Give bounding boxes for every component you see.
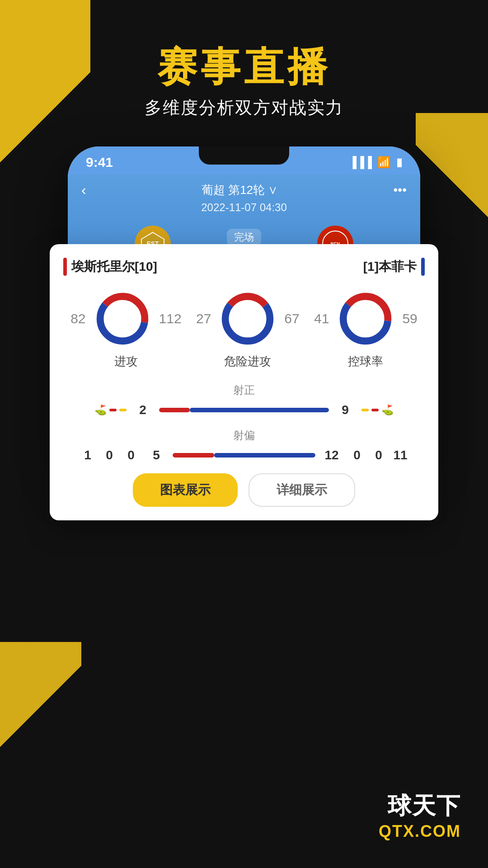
logo-name: 球天下 [379, 790, 461, 822]
red-card-right-icon [371, 409, 379, 411]
phone-notch [199, 146, 289, 165]
chart-attack: 82 112 进攻 [70, 289, 181, 369]
chart-attack-left: 82 [70, 311, 85, 326]
stat-row-shots-on: 射正 ⛳ 2 9 ⛳ [68, 383, 420, 417]
left-team-indicator [63, 258, 67, 276]
shots-off-r4: 11 [391, 448, 409, 462]
chart-dangerous-label: 危险进攻 [224, 354, 271, 369]
yellow-card-left-icon [119, 409, 127, 411]
match-league[interactable]: 葡超 第12轮 ∨ [202, 182, 278, 198]
donut-attack [93, 289, 152, 348]
shots-off-l2: 0 [100, 448, 118, 462]
more-button[interactable]: ••• [394, 183, 407, 197]
chart-dangerous-right: 67 [284, 311, 299, 326]
chart-possession-label: 控球率 [348, 354, 383, 369]
shots-off-r2: 0 [348, 448, 366, 462]
battery-icon: ▮ [396, 156, 402, 169]
shots-on-label: 射正 [68, 383, 420, 397]
chart-dangerous: 27 67 危险进攻 [196, 289, 300, 369]
red-card-left-icon [109, 409, 117, 411]
wifi-icon: 📶 [377, 156, 391, 169]
status-time: 9:41 [86, 155, 113, 170]
action-buttons: 图表展示 详细展示 [63, 473, 425, 507]
page-subtitle: 多维度分析双方对战实力 [145, 96, 343, 119]
shots-on-bar-red [159, 408, 190, 412]
chart-attack-right: 112 [159, 311, 182, 326]
chart-display-button[interactable]: 图表展示 [133, 473, 238, 507]
stat-row-shots-off: 射偏 1 0 0 5 12 0 0 [68, 428, 420, 462]
stats-right-team: [1]本菲卡 [363, 258, 425, 276]
donut-possession [336, 289, 395, 348]
stats-left-team-name: 埃斯托里尔[10] [71, 258, 157, 275]
shots-off-bar [173, 453, 315, 458]
stats-right-team-name: [1]本菲卡 [363, 258, 417, 275]
charts-row: 82 112 进攻 27 [63, 289, 425, 369]
logo-url: QTX.COM [379, 822, 461, 841]
shots-off-l1: 1 [79, 448, 97, 462]
shots-off-bar-red [173, 453, 214, 458]
match-datetime: 2022-11-07 04:30 [81, 201, 407, 214]
shots-off-bar-blue [214, 453, 315, 458]
shots-off-left-val: 5 [147, 448, 165, 462]
stats-left-team: 埃斯托里尔[10] [63, 258, 157, 276]
corner-left-icon: ⛳ [94, 404, 107, 416]
shots-off-l3: 0 [122, 448, 140, 462]
donut-dangerous [218, 289, 277, 348]
stats-bars: 射正 ⛳ 2 9 ⛳ [63, 383, 425, 462]
right-team-indicator [421, 258, 425, 276]
shots-off-r3: 0 [370, 448, 388, 462]
shots-off-label: 射偏 [68, 428, 420, 443]
chart-possession-left: 41 [314, 311, 329, 326]
yellow-card-right-icon [361, 409, 369, 411]
signal-icon: ▐▐▐ [349, 156, 372, 169]
shots-on-bar [159, 408, 329, 412]
match-status: 完场 [227, 229, 261, 246]
right-icons-row1: ⛳ [361, 404, 420, 416]
detail-display-button[interactable]: 详细展示 [249, 473, 355, 507]
page-title: 赛事直播 [145, 45, 343, 89]
shots-on-right-val: 9 [336, 403, 354, 417]
stats-card-header: 埃斯托里尔[10] [1]本菲卡 [63, 258, 425, 276]
chart-possession: 41 59 控球率 [314, 289, 418, 369]
chart-possession-right: 59 [402, 311, 417, 326]
shots-off-right-val: 12 [323, 448, 341, 462]
corner-right-icon: ⛳ [381, 404, 394, 416]
status-icons: ▐▐▐ 📶 ▮ [349, 156, 402, 169]
chart-attack-label: 进攻 [114, 354, 138, 369]
stats-card: 埃斯托里尔[10] [1]本菲卡 82 [50, 244, 438, 520]
left-icons-row1: ⛳ [68, 404, 127, 416]
chart-dangerous-left: 27 [196, 311, 211, 326]
shots-on-left-val: 2 [134, 403, 152, 417]
back-button[interactable]: ‹ [81, 182, 86, 198]
bottom-logo: 球天下 QTX.COM [379, 790, 461, 841]
shots-on-bar-blue [190, 408, 329, 412]
